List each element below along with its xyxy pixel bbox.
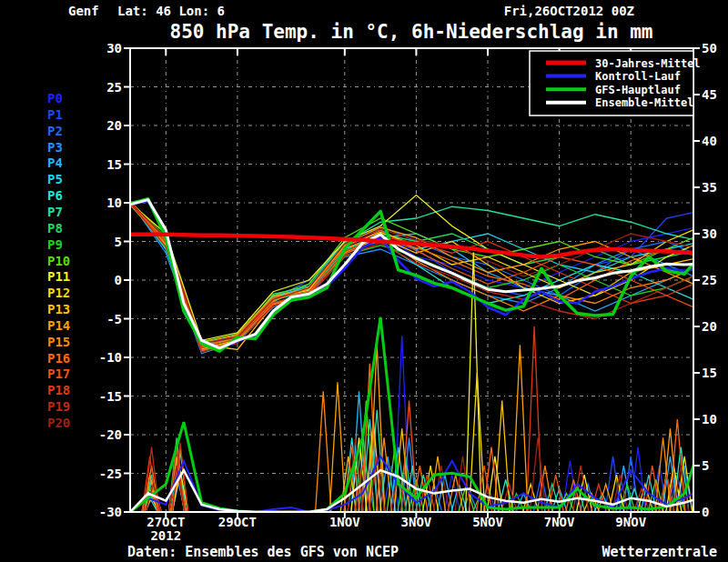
precip-tick-label: 50 <box>702 41 717 55</box>
precip-tick-label: 35 <box>702 180 717 195</box>
temp-tick-label: -25 <box>99 467 122 481</box>
date-tick-label: 9NOV <box>615 515 646 529</box>
member-id-label-P14: P14 <box>47 318 70 333</box>
member-id-label-P20: P20 <box>47 416 70 430</box>
precip-tick-label: 45 <box>702 87 717 102</box>
precip-tick-label: 10 <box>702 412 717 427</box>
temp-tick-label: -15 <box>99 389 122 404</box>
year-label: 2012 <box>150 528 181 543</box>
member-id-label-P12: P12 <box>47 286 70 300</box>
precip-tick-label: 5 <box>702 458 709 473</box>
member-id-label-P6: P6 <box>47 188 63 203</box>
meteogram-screen: Genf Lat: 46 Lon: 6 Fri,26OCT2012 00Z 85… <box>0 0 728 562</box>
member-id-label-P18: P18 <box>47 383 70 397</box>
member-id-label-P19: P19 <box>47 399 70 414</box>
station-label: Genf <box>68 4 99 18</box>
member-id-label-P7: P7 <box>47 205 63 219</box>
date-tick-label: 3NOV <box>401 515 432 529</box>
member-id-label-P11: P11 <box>47 269 70 284</box>
date-tick-label: 1NOV <box>329 515 360 529</box>
legend: 30-Jahres-MittelKontroll-LaufGFS-Hauptla… <box>530 51 701 115</box>
temp-tick-label: -30 <box>99 505 122 519</box>
precip-tick-label: 20 <box>702 319 717 334</box>
run-datetime-label: Fri,26OCT2012 00Z <box>504 4 634 18</box>
precip-tick-label: 40 <box>702 134 717 148</box>
date-tick-label: 29OCT <box>218 515 257 529</box>
member-id-label-P8: P8 <box>47 221 63 236</box>
member-id-label-P17: P17 <box>47 366 70 381</box>
member-id-label-P10: P10 <box>47 254 70 268</box>
member-id-label-P2: P2 <box>47 124 63 138</box>
site-credit-label: Wetterzentrale <box>602 544 717 560</box>
precip-tick-label: 25 <box>702 273 717 287</box>
ensemble-meteogram: Genf Lat: 46 Lon: 6 Fri,26OCT2012 00Z 85… <box>0 0 728 562</box>
temp-tick-label: 10 <box>106 196 122 210</box>
chart-title: 850 hPa Temp. in °C, 6h-Niederschlag in … <box>169 21 652 43</box>
date-tick-label: 5NOV <box>472 515 503 529</box>
member-id-label-P0: P0 <box>47 91 63 105</box>
temp-tick-label: 25 <box>106 80 122 95</box>
legend-entry-label: Kontroll-Lauf <box>595 70 681 83</box>
member-id-label-P15: P15 <box>47 335 70 349</box>
date-tick-label: 7NOV <box>544 515 575 529</box>
legend-entry-label: 30-Jahres-Mittel <box>595 57 701 70</box>
data-source-label: Daten: Ensembles des GFS von NCEP <box>127 544 399 560</box>
temp-tick-label: -5 <box>106 312 122 326</box>
member-id-label-P13: P13 <box>47 302 70 316</box>
member-id-label-P5: P5 <box>47 172 63 186</box>
temp-tick-label: 5 <box>115 235 122 249</box>
legend-entry-label: Ensemble-Mittel <box>595 96 693 109</box>
member-id-label-P4: P4 <box>47 156 63 170</box>
member-id-label-P9: P9 <box>47 237 63 252</box>
temp-tick-label: 20 <box>106 118 122 133</box>
temp-tick-label: 30 <box>106 41 122 55</box>
temp-tick-label: -20 <box>99 427 122 442</box>
temp-tick-label: 0 <box>115 273 122 287</box>
temp-tick-label: 15 <box>106 157 122 172</box>
coords-label: Lat: 46 Lon: 6 <box>117 4 225 18</box>
precip-tick-label: 0 <box>702 505 709 519</box>
member-id-label-P1: P1 <box>47 107 63 122</box>
date-tick-label: 27OCT <box>147 515 185 529</box>
precip-tick-label: 15 <box>702 366 717 380</box>
member-id-label-P16: P16 <box>47 351 70 366</box>
temp-tick-label: -10 <box>99 350 122 365</box>
member-id-label-P3: P3 <box>47 140 63 155</box>
precip-tick-label: 30 <box>702 226 717 241</box>
legend-entry-label: GFS-Hauptlauf <box>595 84 681 96</box>
